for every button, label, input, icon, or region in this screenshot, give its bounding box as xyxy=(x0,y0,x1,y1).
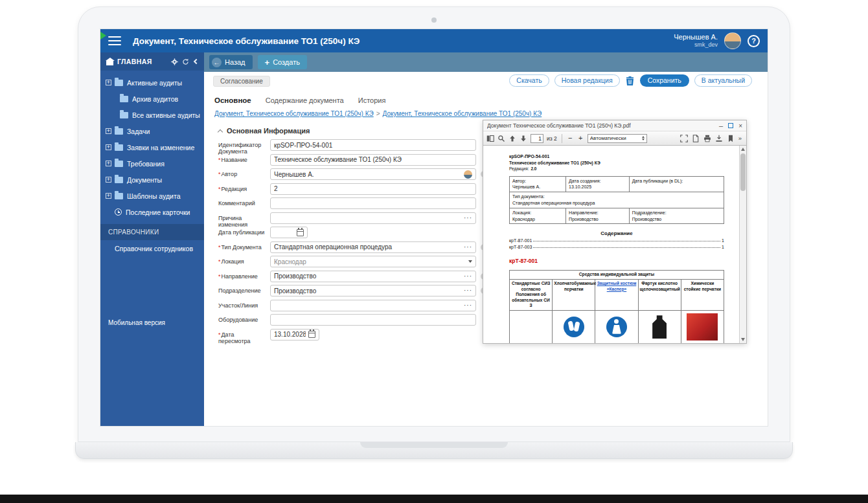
bookmark-icon[interactable] xyxy=(727,135,735,142)
dropdown-caret-icon[interactable] xyxy=(468,260,472,263)
sidebar-home[interactable]: ГЛАВНАЯ xyxy=(100,52,204,71)
field-input-revision[interactable]: 2 xyxy=(270,183,476,195)
field-value: Производство xyxy=(274,287,461,295)
ellipsis-button-icon[interactable]: ··· xyxy=(464,302,472,309)
form-section-title[interactable]: Основная Информация xyxy=(218,127,310,135)
create-button[interactable]: + Создать xyxy=(258,55,307,69)
back-button[interactable]: ← Назад xyxy=(209,55,253,69)
siz-link[interactable]: Защитный костюм «Каспер» xyxy=(597,281,637,291)
calendar-icon[interactable] xyxy=(308,331,315,338)
tab-bar: ОсновноеСодержание документаИстория xyxy=(214,96,385,104)
gear-icon[interactable] xyxy=(171,58,178,65)
zoom-mode-select[interactable]: Автоматически xyxy=(588,134,647,143)
breadcrumb-link[interactable]: Документ, Техническое обслуживание ТО1 (… xyxy=(214,110,374,117)
breadcrumb-link[interactable]: Документ, Техническое обслуживание ТО1 (… xyxy=(383,110,542,117)
collapse-sidebar-icon[interactable] xyxy=(194,59,199,64)
refresh-icon[interactable] xyxy=(182,58,189,65)
open-file-icon[interactable] xyxy=(692,135,700,142)
author-avatar xyxy=(464,170,472,179)
toc-entry[interactable]: крТ-87-0011 xyxy=(509,238,724,243)
menu-icon[interactable] xyxy=(108,36,121,46)
select-spinner-icon xyxy=(642,136,645,141)
page-number-input[interactable]: 1 xyxy=(531,134,543,143)
siz-column-header: Фартук кислотно щелочнозащитный xyxy=(638,280,681,311)
sidebar-item-active-audits[interactable]: +Активные аудиты xyxy=(100,74,204,91)
print-icon[interactable] xyxy=(703,135,711,142)
required-mark: * xyxy=(218,273,221,280)
sidebar-item-tasks[interactable]: +Задачи xyxy=(100,123,204,139)
ellipsis-button-icon[interactable]: ··· xyxy=(464,244,472,251)
toc-entry[interactable]: крТ-87-0031 xyxy=(509,245,724,249)
field-input-review-date[interactable]: 13.10.2028 xyxy=(270,329,319,341)
scrollbar-thumb[interactable] xyxy=(740,153,746,191)
field-input-doc-id[interactable]: крSOP-ПРО-54-001 xyxy=(270,139,476,151)
expand-icon[interactable]: + xyxy=(106,80,111,85)
field-value: 2 xyxy=(274,185,472,192)
field-input-change-reason[interactable]: ··· xyxy=(270,212,476,224)
previous-page-icon[interactable] xyxy=(508,135,516,142)
sidebar-item-all-active-audits[interactable]: Все активные аудиты xyxy=(100,107,204,123)
pdf-titlebar: Документ Техническое обслуживание ТО1 (2… xyxy=(483,120,746,131)
field-input-publish-date[interactable] xyxy=(270,227,308,238)
field-input-title[interactable]: Техническое обслуживание ТО1 (250ч) КЭ xyxy=(270,154,476,166)
field-input-line[interactable]: ··· xyxy=(270,300,476,311)
field-label: *Тип Документа xyxy=(218,241,266,251)
expand-icon[interactable]: + xyxy=(106,144,111,150)
presentation-mode-icon[interactable] xyxy=(680,135,688,142)
next-page-icon[interactable] xyxy=(520,135,527,142)
new-revision-button[interactable]: Новая редакция xyxy=(554,74,620,87)
close-icon[interactable]: × xyxy=(738,122,742,129)
sidebar-item-audit-archive[interactable]: Архив аудитов xyxy=(100,91,204,107)
sidebar-item-employee-directory[interactable]: Справочник сотрудников xyxy=(100,240,204,256)
more-tools-icon[interactable]: » xyxy=(738,135,742,142)
zoom-out-icon[interactable]: − xyxy=(567,135,574,142)
download-icon[interactable] xyxy=(715,135,723,142)
minimize-icon[interactable]: – xyxy=(719,124,723,128)
field-input-direction[interactable]: Производство··· xyxy=(270,271,476,282)
expand-icon[interactable]: + xyxy=(106,177,111,183)
back-arrow-icon: ← xyxy=(212,58,222,67)
sidebar-item-recent-cards[interactable]: Последние карточки xyxy=(100,204,204,220)
sidebar-item-change-requests[interactable]: +Заявки на изменение xyxy=(100,139,204,155)
expand-icon[interactable]: + xyxy=(106,161,111,166)
save-button[interactable]: Сохранить xyxy=(640,74,689,87)
scroll-up-icon[interactable] xyxy=(741,148,745,151)
field-value: Краснодар xyxy=(274,258,466,265)
tab-main[interactable]: Основное xyxy=(214,96,251,104)
ellipsis-button-icon[interactable]: ··· xyxy=(464,287,472,294)
ellipsis-button-icon[interactable]: ··· xyxy=(464,273,472,280)
delete-icon[interactable] xyxy=(625,76,635,86)
help-button[interactable]: ? xyxy=(748,35,760,47)
field-input-comment[interactable] xyxy=(270,197,476,209)
sidebar-section-header: СПРАВОЧНИКИ xyxy=(100,224,204,240)
folder-icon xyxy=(120,96,128,102)
field-input-division[interactable]: Производство··· xyxy=(270,285,476,296)
field-input-equipment[interactable] xyxy=(270,314,476,326)
user-avatar[interactable] xyxy=(724,32,741,49)
toggle-sidebar-icon[interactable] xyxy=(486,135,494,142)
field-input-doc-type[interactable]: Стандартная операционная процедура··· xyxy=(270,241,476,253)
calendar-icon[interactable] xyxy=(297,229,304,236)
search-icon[interactable] xyxy=(497,135,505,142)
tab-history[interactable]: История xyxy=(358,96,386,104)
restore-icon[interactable] xyxy=(728,123,733,128)
mobile-version-link[interactable]: Мобильная версия xyxy=(108,319,165,326)
webcam-dot xyxy=(431,17,437,23)
zoom-in-icon[interactable]: + xyxy=(577,135,584,142)
expand-icon[interactable]: + xyxy=(106,128,111,134)
expand-icon[interactable]: + xyxy=(106,193,111,199)
sidebar-item-documents[interactable]: +Документы xyxy=(100,172,204,188)
required-mark: * xyxy=(218,331,221,338)
field-input-author[interactable]: Чернышев А. xyxy=(270,168,476,180)
scroll-down-icon[interactable] xyxy=(741,338,745,341)
download-button[interactable]: Скачать xyxy=(509,74,549,87)
ellipsis-button-icon[interactable]: ··· xyxy=(464,215,472,221)
pdf-scrollbar[interactable] xyxy=(739,146,746,343)
tab-doc-content[interactable]: Содержание документа xyxy=(266,96,344,104)
sidebar-item-audit-templates[interactable]: +Шаблоны аудита xyxy=(100,188,204,204)
meta-label: Подразделение: xyxy=(632,210,721,216)
make-actual-button[interactable]: В актуальный xyxy=(694,74,752,87)
field-input-location[interactable]: Краснодар xyxy=(270,256,476,267)
sidebar-item-requirements[interactable]: +Требования xyxy=(100,155,204,172)
siz-column-header: Стандартные СИЗ согласно Положения об об… xyxy=(510,280,553,311)
